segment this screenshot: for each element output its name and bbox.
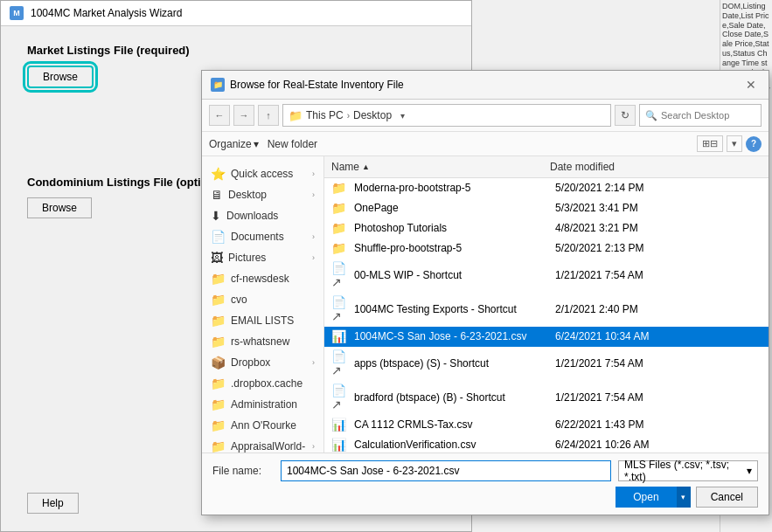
left-panel-item-6[interactable]: 📁 cvo — [202, 289, 323, 310]
left-panel-item-8[interactable]: 📁 rs-whatsnew — [202, 331, 323, 352]
file-item-name: Shuffle-pro-bootstrap-5 — [354, 242, 555, 254]
left-panel-item-5[interactable]: 📁 cf-newsdesk — [202, 268, 323, 289]
browse-market-button[interactable]: Browse — [27, 66, 94, 88]
file-list-item[interactable]: 📄↗ 00-MLS WIP - Shortcut 1/21/2021 7:54 … — [324, 259, 769, 293]
file-list-item[interactable]: 📊 CA 1112 CRMLS-Tax.csv 6/22/2021 1:43 P… — [324, 415, 769, 435]
market-listings-label: Market Listings File (required) — [27, 44, 445, 57]
name-sort-arrow: ▲ — [362, 162, 370, 171]
left-panel-item-2[interactable]: ⬇ Downloads — [202, 205, 323, 226]
file-list-item[interactable]: 📊 1004MC-S San Jose - 6-23-2021.csv 6/24… — [324, 327, 769, 347]
cancel-button[interactable]: Cancel — [696, 487, 758, 508]
filename-input[interactable] — [281, 460, 611, 481]
view-dropdown-button[interactable]: ▾ — [727, 135, 742, 152]
left-panel-label-8: rs-whatsnew — [231, 335, 315, 348]
file-item-date: 5/3/2021 3:41 PM — [555, 202, 762, 214]
left-panel-arrow-1: › — [312, 190, 315, 199]
file-list-item[interactable]: 📄↗ 1004MC Testing Exports - Shortcut 2/1… — [324, 293, 769, 327]
back-button[interactable]: ← — [209, 105, 230, 126]
path-folder-icon: 📁 — [289, 109, 303, 122]
name-column-header[interactable]: Name ▲ — [324, 159, 543, 175]
file-item-date: 5/20/2021 2:14 PM — [555, 182, 762, 194]
shortcut-icon: 📄↗ — [331, 295, 349, 323]
open-button-label: Open — [633, 491, 658, 503]
file-item-name: apps (btspace) (S) - Shortcut — [354, 357, 555, 370]
left-panel-item-12[interactable]: 📁 Ann O'Rourke — [202, 415, 323, 436]
left-panel-icon-10: 📁 — [211, 377, 226, 390]
file-item-name: CA 1112 CRMLS-Tax.csv — [354, 418, 555, 431]
left-panel-label-11: Administration — [231, 398, 315, 411]
left-panel-icon-7: 📁 — [211, 314, 226, 328]
view-buttons: ⊞⊟ ▾ ? — [697, 135, 762, 152]
left-panel-label-2: Downloads — [226, 210, 315, 222]
left-panel-item-1[interactable]: 🖥 Desktop › — [202, 184, 323, 205]
file-list-item[interactable]: 📁 Photoshop Tutorials 4/8/2021 3:21 PM — [324, 218, 769, 238]
folder-icon: 📁 — [331, 181, 349, 195]
dialog-titlebar-left: 📁 Browse for Real-Estate Inventory File — [211, 78, 404, 92]
date-column-label: Date modified — [550, 161, 615, 173]
file-browser-dialog: 📁 Browse for Real-Estate Inventory File … — [201, 70, 769, 515]
up-button[interactable]: ↑ — [258, 105, 279, 126]
file-item-date: 1/21/2021 7:54 AM — [555, 269, 762, 281]
left-panel-item-13[interactable]: 📁 AppraisalWorld- › — [202, 436, 323, 453]
organize-label: Organize — [209, 138, 252, 150]
left-panel-label-3: Documents — [231, 231, 307, 243]
left-panel-icon-11: 📁 — [211, 397, 226, 411]
file-list-item[interactable]: 📄↗ bradford (btspace) (B) - Shortcut 1/2… — [324, 381, 769, 415]
file-item-name: 1004MC-S San Jose - 6-23-2021.csv — [354, 330, 555, 342]
file-item-date: 6/24/2021 10:26 AM — [555, 439, 762, 451]
search-input[interactable] — [661, 110, 748, 121]
view-toggle-button[interactable]: ⊞⊟ — [697, 135, 723, 152]
folder-icon: 📁 — [331, 201, 349, 215]
left-panel-label-12: Ann O'Rourke — [231, 419, 315, 432]
name-column-label: Name — [331, 161, 359, 173]
filetype-dropdown[interactable]: MLS Files (*.csv; *.tsv; *.txt) ▾ — [618, 460, 758, 481]
file-item-date: 1/21/2021 7:54 AM — [555, 391, 762, 404]
file-item-name: Photoshop Tutorials — [354, 222, 555, 234]
left-panel-icon-5: 📁 — [211, 272, 226, 286]
organize-button[interactable]: Organize ▾ — [209, 138, 259, 150]
file-list-item[interactable]: 📄↗ apps (btspace) (S) - Shortcut 1/21/20… — [324, 347, 769, 381]
forward-button[interactable]: → — [233, 105, 254, 126]
left-panel-arrow-0: › — [312, 169, 315, 178]
left-panel-item-9[interactable]: 📦 Dropbox › — [202, 352, 323, 373]
left-panel-label-13: AppraisalWorld- — [231, 440, 307, 453]
left-panel-label-7: EMAIL LISTS — [231, 314, 315, 327]
left-panel-icon-0: ⭐ — [211, 167, 226, 181]
left-panel-item-4[interactable]: 🖼 Pictures › — [202, 247, 323, 268]
left-panel-item-3[interactable]: 📄 Documents › — [202, 226, 323, 247]
open-button-dropdown[interactable]: ▾ — [677, 487, 691, 508]
left-panel-item-7[interactable]: 📁 EMAIL LISTS — [202, 310, 323, 331]
file-list: 📁 Moderna-pro-bootstrap-5 5/20/2021 2:14… — [324, 178, 769, 453]
excel-icon: 📊 — [331, 329, 349, 343]
wizard-title: 1004MC Market Analysis Wizard — [31, 7, 182, 19]
file-list-item[interactable]: 📁 OnePage 5/3/2021 3:41 PM — [324, 198, 769, 218]
date-column-header[interactable]: Date modified — [543, 159, 769, 175]
path-dropdown-button[interactable]: ▾ — [395, 105, 409, 126]
new-folder-button[interactable]: New folder — [268, 138, 317, 150]
file-item-name: bradford (btspace) (B) - Shortcut — [354, 391, 555, 404]
left-panel-icon-6: 📁 — [211, 293, 226, 307]
path-desktop: Desktop — [353, 109, 392, 121]
excel-icon: 📊 — [331, 418, 349, 432]
file-list-item[interactable]: 📁 Shuffle-pro-bootstrap-5 5/20/2021 2:13… — [324, 238, 769, 259]
open-button[interactable]: Open — [616, 487, 676, 508]
refresh-button[interactable]: ↻ — [615, 105, 636, 126]
search-icon: 🔍 — [645, 110, 657, 121]
left-panel-item-10[interactable]: 📁 .dropbox.cache — [202, 373, 323, 394]
left-panel-arrow-9: › — [312, 358, 315, 367]
left-panel-item-0[interactable]: ⭐ Quick access › — [202, 163, 323, 184]
shortcut-icon: 📄↗ — [331, 261, 349, 289]
help-button[interactable]: Help — [27, 493, 79, 514]
path-separator: › — [347, 111, 350, 121]
file-list-item[interactable]: 📊 CalculationVerification.csv 6/24/2021 … — [324, 435, 769, 453]
left-panel-icon-4: 🖼 — [211, 251, 223, 265]
dialog-title: Browse for Real-Estate Inventory File — [230, 79, 404, 91]
file-item-name: 00-MLS WIP - Shortcut — [354, 269, 555, 281]
left-panel-item-11[interactable]: 📁 Administration — [202, 394, 323, 415]
left-panel-icon-8: 📁 — [211, 335, 226, 349]
file-item-name: OnePage — [354, 202, 555, 214]
help-icon-button[interactable]: ? — [746, 136, 762, 152]
file-list-item[interactable]: 📁 Moderna-pro-bootstrap-5 5/20/2021 2:14… — [324, 178, 769, 198]
dialog-close-button[interactable]: ✕ — [742, 76, 760, 93]
browse-condo-button[interactable]: Browse — [27, 197, 92, 218]
